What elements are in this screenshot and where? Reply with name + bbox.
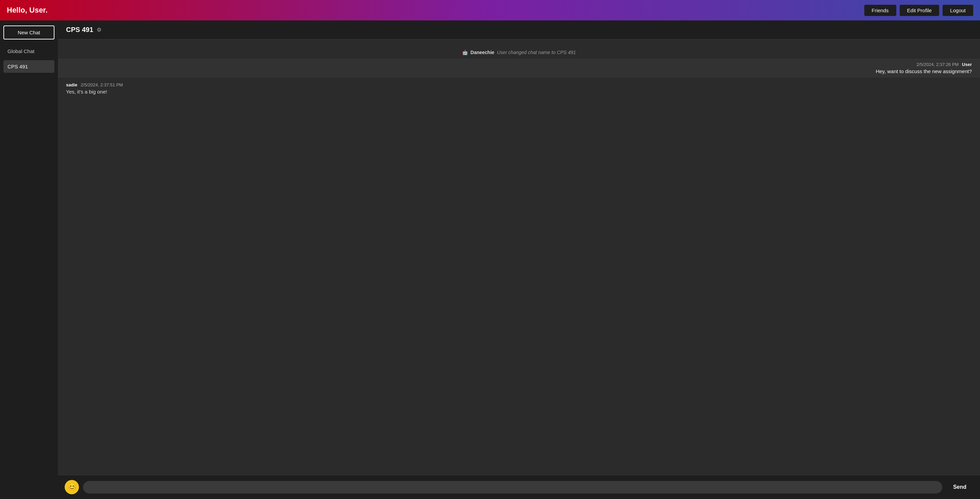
- system-text: User changed chat name to CPS 491: [496, 50, 576, 55]
- message-sender-right: User: [962, 62, 972, 67]
- message-timestamp-right: 2/5/2024, 2:37:26 PM: [916, 62, 959, 67]
- system-message: 🤖 Daneechie User changed chat name to CP…: [58, 46, 980, 59]
- sidebar-item-global-chat[interactable]: Global Chat: [3, 45, 54, 57]
- system-icon: 🤖: [462, 50, 468, 55]
- sidebar: New Chat Global Chat CPS 491: [0, 21, 58, 499]
- logout-button[interactable]: Logout: [943, 5, 973, 16]
- system-sender: Daneechie: [471, 50, 495, 55]
- new-chat-button[interactable]: New Chat: [3, 25, 54, 40]
- messages-container: 🤖 Daneechie User changed chat name to CP…: [58, 40, 980, 475]
- message-timestamp-left: 2/5/2024, 2:37:51 PM: [81, 82, 123, 87]
- chat-area: CPS 491 ⚙ 🤖 Daneechie User changed chat …: [58, 21, 980, 499]
- settings-icon[interactable]: ⚙: [97, 27, 102, 33]
- emoji-button[interactable]: 😊: [65, 480, 79, 494]
- edit-profile-button[interactable]: Edit Profile: [900, 5, 940, 16]
- main-layout: New Chat Global Chat CPS 491 CPS 491 ⚙ 🤖…: [0, 21, 980, 499]
- message-meta-right: 2/5/2024, 2:37:26 PM User: [916, 62, 972, 67]
- message-input[interactable]: [83, 481, 942, 494]
- message-meta-left: sadie 2/5/2024, 2:37:51 PM: [66, 82, 123, 87]
- sidebar-item-cps-491[interactable]: CPS 491: [3, 60, 54, 73]
- app-header: Hello, User. Friends Edit Profile Logout: [0, 0, 980, 21]
- header-actions: Friends Edit Profile Logout: [864, 5, 973, 16]
- message-right-user: 2/5/2024, 2:37:26 PM User Hey, want to d…: [58, 59, 980, 78]
- message-content-right: Hey, want to discuss the new assignment?: [876, 68, 972, 74]
- message-sender-left: sadie: [66, 82, 77, 87]
- friends-button[interactable]: Friends: [864, 5, 896, 16]
- greeting: Hello, User.: [7, 6, 48, 14]
- message-left-sadie: sadie 2/5/2024, 2:37:51 PM Yes, it's a b…: [58, 78, 980, 99]
- chat-header: CPS 491 ⚙: [58, 21, 980, 40]
- message-content-left: Yes, it's a big one!: [66, 89, 107, 95]
- send-button[interactable]: Send: [946, 481, 973, 494]
- input-area: 😊 Send: [58, 475, 980, 499]
- chat-title: CPS 491: [66, 26, 93, 34]
